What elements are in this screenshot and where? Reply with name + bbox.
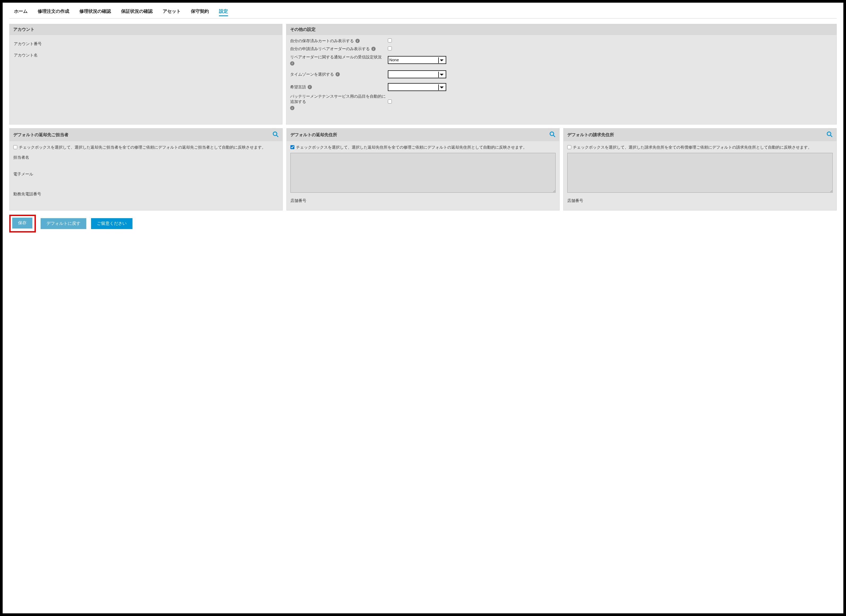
panel-other-header: その他の設定 <box>286 24 836 35</box>
panel-default-return-address: デフォルトの返却先住所 チェックボックスを選択して、選択した返却先住所を全ての修… <box>286 128 560 210</box>
tab-asset[interactable]: アセット <box>163 8 181 16</box>
tab-settings[interactable]: 設定 <box>219 8 228 16</box>
language-select[interactable] <box>388 83 446 91</box>
panel-other-title: その他の設定 <box>290 27 316 32</box>
account-number-label: アカウント番号 <box>14 41 278 47</box>
tab-create-repair[interactable]: 修理注文の作成 <box>38 8 69 16</box>
search-icon[interactable] <box>272 131 279 139</box>
svg-point-2 <box>550 132 554 136</box>
notification-select[interactable]: None <box>388 56 446 64</box>
saved-cart-only-checkbox[interactable] <box>388 38 392 43</box>
panel-default-return-address-title: デフォルトの返却先住所 <box>291 132 337 138</box>
default-billing-address-checkbox[interactable] <box>567 145 571 149</box>
return-store-number-label: 店舗番号 <box>291 198 556 203</box>
save-button[interactable]: 保存 <box>12 218 32 229</box>
tab-warranty-status[interactable]: 保証状況の確認 <box>121 8 153 16</box>
panel-account-header: アカウント <box>10 24 282 35</box>
info-icon[interactable]: i <box>290 106 294 110</box>
work-phone-label: 勤務先電話番号 <box>13 192 279 197</box>
panel-account-title: アカウント <box>13 27 35 32</box>
button-row: 保存 デフォルトに戻す ご留意ください <box>9 215 837 233</box>
info-icon[interactable]: i <box>372 47 376 51</box>
search-icon[interactable] <box>826 131 833 139</box>
saved-cart-only-label: 自分の保存済みカートのみ表示する <box>290 38 354 44</box>
panel-account: アカウント アカウント番号 アカウント名 <box>9 24 282 125</box>
contact-name-label: 担当者名 <box>13 155 279 160</box>
svg-line-3 <box>553 135 555 137</box>
battery-auto-label: バッテリーメンテナンスサービス用の品目を自動的に追加する <box>290 94 386 104</box>
email-label: 電子メール <box>13 172 279 177</box>
tab-maintenance[interactable]: 保守契約 <box>191 8 209 16</box>
save-button-highlight: 保存 <box>9 215 36 233</box>
default-return-address-text: チェックボックスを選択して、選択した返却先住所を全ての修理ご依頼にデフォルトの返… <box>296 144 527 150</box>
reset-button[interactable]: デフォルトに戻す <box>41 218 86 229</box>
default-return-contact-checkbox[interactable] <box>13 145 17 149</box>
main-tabs: ホーム 修理注文の作成 修理状況の確認 保証状況の確認 アセット 保守契約 設定 <box>9 7 837 19</box>
panel-default-return-contact: デフォルトの返却先ご担当者 チェックボックスを選択して、選択した返却先ご担当者を… <box>9 128 283 210</box>
info-icon[interactable]: i <box>308 85 312 89</box>
info-icon[interactable]: i <box>290 61 294 66</box>
language-label: 希望言語 <box>290 84 306 90</box>
notification-label: リペアオーダーに関する通知メールの受信設定状況 <box>290 54 382 60</box>
svg-line-1 <box>276 135 278 137</box>
battery-auto-checkbox[interactable] <box>388 100 392 104</box>
billing-store-number-label: 店舗番号 <box>567 198 833 203</box>
submitted-repair-only-checkbox[interactable] <box>388 47 392 50</box>
default-return-contact-text: チェックボックスを選択して、選択した返却先ご担当者を全ての修理ご依頼にデフォルト… <box>19 144 266 150</box>
search-icon[interactable] <box>549 131 555 139</box>
note-button[interactable]: ご留意ください <box>91 218 132 229</box>
account-name-label: アカウント名 <box>14 53 278 58</box>
svg-point-0 <box>273 132 277 136</box>
info-icon[interactable]: i <box>336 72 340 76</box>
tab-repair-status[interactable]: 修理状況の確認 <box>79 8 111 16</box>
timezone-label: タイムゾーンを選択する <box>290 72 334 77</box>
info-icon[interactable]: i <box>355 39 360 43</box>
default-billing-address-text: チェックボックスを選択して、選択した請求先住所を全ての有償修理ご依頼にデフォルト… <box>573 144 812 150</box>
default-return-address-checkbox[interactable] <box>291 145 294 149</box>
svg-line-5 <box>830 135 832 137</box>
submitted-repair-only-label: 自分の申請済みリペアオーダーのみ表示する <box>290 46 370 51</box>
panel-default-billing-address-title: デフォルトの請求先住所 <box>567 132 614 138</box>
svg-point-4 <box>827 132 831 136</box>
panel-other-settings: その他の設定 自分の保存済みカートのみ表示する i 自分の申請済みリペアオーダー… <box>286 24 837 125</box>
timezone-select[interactable] <box>388 70 446 78</box>
return-address-textarea[interactable] <box>291 153 556 193</box>
panel-default-billing-address: デフォルトの請求先住所 チェックボックスを選択して、選択した請求先住所を全ての有… <box>563 128 837 210</box>
panel-default-return-contact-title: デフォルトの返却先ご担当者 <box>13 132 69 138</box>
billing-address-textarea[interactable] <box>567 153 833 193</box>
tab-home[interactable]: ホーム <box>14 8 28 16</box>
